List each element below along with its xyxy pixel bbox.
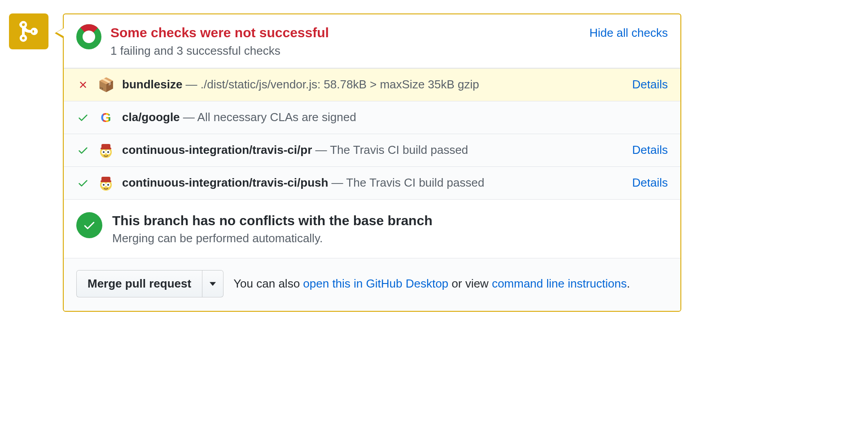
google-icon: G	[98, 109, 114, 126]
check-name: cla/google	[122, 110, 180, 124]
svg-point-1	[21, 35, 26, 41]
svg-point-18	[107, 184, 109, 186]
check-row: continuous-integration/travis-ci/pr — Th…	[64, 134, 680, 166]
svg-point-10	[103, 151, 105, 153]
check-name: bundlesize	[122, 78, 182, 91]
check-description: The Travis CI build passed	[330, 143, 468, 157]
check-description: The Travis CI build passed	[346, 176, 484, 189]
checks-summary: Some checks were not successful 1 failin…	[64, 14, 680, 68]
command-line-instructions-link[interactable]: command line instructions	[492, 277, 627, 290]
svg-rect-7	[101, 148, 111, 149]
check-icon	[76, 144, 90, 156]
check-icon	[76, 112, 90, 123]
checks-list: 📦bundlesize — ./dist/static/js/vendor.js…	[64, 68, 680, 199]
check-description: ./dist/static/js/vendor.js: 58.78kB > ma…	[201, 78, 479, 91]
check-description: All necessary CLAs are signed	[197, 110, 356, 124]
mergeability-section: This branch has no conflicts with the ba…	[64, 199, 680, 258]
merge-actions: Merge pull request You can also open thi…	[64, 258, 680, 311]
checks-summary-title: Some checks were not successful	[110, 24, 580, 41]
merge-status-box: Some checks were not successful 1 failin…	[63, 13, 681, 312]
git-merge-icon	[18, 21, 39, 42]
toggle-checks-link[interactable]: Hide all checks	[589, 24, 668, 40]
check-row: 📦bundlesize — ./dist/static/js/vendor.js…	[64, 68, 680, 101]
merge-options-dropdown[interactable]	[202, 270, 224, 297]
check-icon	[76, 177, 90, 189]
svg-point-11	[107, 151, 109, 153]
merge-hint-prefix: You can also	[233, 277, 303, 290]
merge-hint: You can also open this in GitHub Desktop…	[233, 277, 630, 291]
svg-rect-14	[101, 180, 111, 182]
check-details-link[interactable]: Details	[632, 143, 668, 157]
check-details-link[interactable]: Details	[632, 176, 668, 190]
merge-button-group: Merge pull request	[76, 270, 224, 297]
merge-hint-mid: or view	[448, 277, 492, 290]
travis-icon	[98, 175, 114, 191]
bundlesize-icon: 📦	[98, 77, 114, 93]
check-row: continuous-integration/travis-ci/push — …	[64, 166, 680, 199]
check-separator: —	[328, 176, 346, 189]
check-body: bundlesize — ./dist/static/js/vendor.js:…	[122, 78, 624, 92]
merge-ok-icon	[76, 212, 102, 238]
check-name: continuous-integration/travis-ci/pr	[122, 143, 312, 157]
x-icon	[76, 79, 90, 90]
check-body: continuous-integration/travis-ci/push — …	[122, 176, 624, 190]
check-separator: —	[312, 143, 330, 157]
svg-point-0	[21, 22, 26, 27]
check-row: Gcla/google — All necessary CLAs are sig…	[64, 101, 680, 134]
check-body: continuous-integration/travis-ci/pr — Th…	[122, 143, 624, 157]
check-name: continuous-integration/travis-ci/push	[122, 176, 328, 189]
travis-icon	[98, 142, 114, 158]
svg-point-17	[103, 184, 105, 186]
check-details-link[interactable]: Details	[632, 78, 668, 92]
open-github-desktop-link[interactable]: open this in GitHub Desktop	[303, 277, 448, 290]
mergeability-title: This branch has no conflicts with the ba…	[112, 212, 432, 229]
timeline-badge	[9, 13, 48, 49]
check-body: cla/google — All necessary CLAs are sign…	[122, 110, 668, 124]
check-separator: —	[180, 110, 197, 124]
checks-summary-subtitle: 1 failing and 3 successful checks	[110, 44, 580, 58]
merge-pull-request-button[interactable]: Merge pull request	[76, 270, 202, 297]
merge-hint-suffix: .	[627, 277, 630, 290]
caret-down-icon	[210, 282, 216, 286]
donut-status-icon	[76, 24, 101, 51]
check-separator: —	[182, 78, 200, 91]
mergeability-subtitle: Merging can be performed automatically.	[112, 231, 432, 245]
